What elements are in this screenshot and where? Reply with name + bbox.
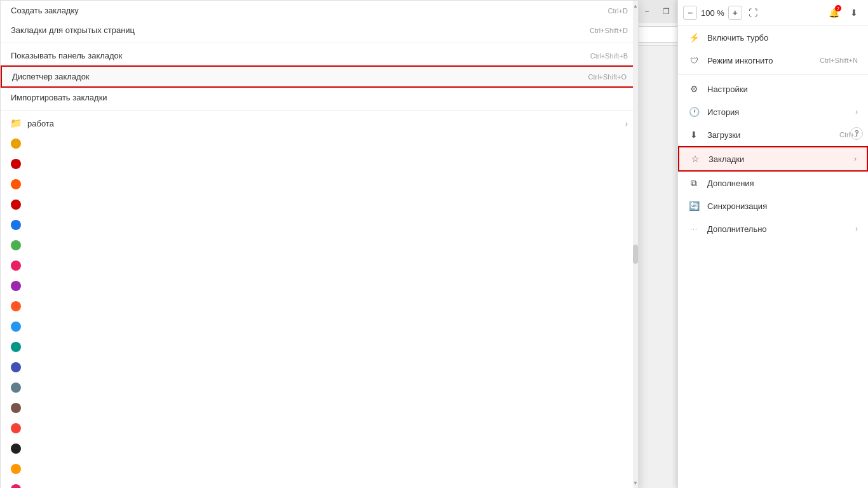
incognito-label: Режим инкогнито: [707, 56, 773, 65]
bm-item-15[interactable]: [1, 418, 638, 438]
bookmark-manager-label: Диспетчер закладок: [12, 72, 90, 81]
bm-scrollbar-thumb: [633, 245, 638, 264]
bookmarks-scroll: Создать закладку Ctrl+D Закладки для отк…: [1, 1, 638, 488]
zoom-level: 100 %: [701, 8, 724, 18]
bm-favicon-9: [11, 301, 21, 311]
bm-favicon-12: [11, 362, 21, 372]
show-bookmarks-bar-item[interactable]: Показывать панель закладок Ctrl+Shift+B: [1, 46, 638, 65]
bm-item-12[interactable]: [1, 357, 638, 377]
bm-item-7[interactable]: [1, 255, 638, 276]
bookmark-open-tabs-item[interactable]: Закладки для открытых страниц Ctrl+Shift…: [1, 20, 638, 40]
bm-item-8[interactable]: [1, 276, 638, 296]
sync-menu-item[interactable]: 🔄 Синхронизация: [678, 194, 868, 217]
minimize-button[interactable]: −: [638, 3, 656, 20]
main-menu-divider-1: [678, 74, 868, 75]
bm-item-2[interactable]: [1, 154, 638, 174]
bm-scrollbar[interactable]: ▲ ▼: [633, 1, 638, 488]
settings-icon: ⚙: [688, 83, 700, 95]
bm-favicon-6: [11, 240, 21, 250]
bookmarks-arrow: ›: [854, 154, 857, 163]
bm-item-14[interactable]: [1, 398, 638, 418]
bm-item-10[interactable]: [1, 316, 638, 337]
history-label: История: [707, 107, 739, 117]
bm-divider-1: [1, 43, 638, 43]
download-indicator[interactable]: ⬇: [845, 4, 863, 22]
bm-favicon-7: [11, 261, 21, 271]
notification-badge: 2: [835, 5, 841, 11]
notification-button[interactable]: 🔔 2: [825, 4, 843, 22]
bm-divider-2: [1, 110, 638, 111]
bm-scroll-down[interactable]: ▼: [633, 480, 638, 486]
bookmark-open-tabs-label: Закладки для открытых страниц: [11, 25, 135, 35]
bm-favicon-3: [11, 179, 21, 189]
settings-menu-item[interactable]: ⚙ Настройки: [678, 78, 868, 100]
bookmarks-label: Закладки: [709, 154, 744, 164]
zoom-out-button[interactable]: −: [683, 6, 697, 20]
downloads-icon: ⬇: [688, 129, 700, 140]
settings-label: Настройки: [707, 85, 748, 94]
bm-favicon-5: [11, 220, 21, 230]
bookmark-manager-shortcut: Ctrl+Shift+O: [588, 73, 627, 81]
bm-favicon-10: [11, 322, 21, 332]
folder-rabota-label: работа: [27, 119, 54, 128]
bm-favicon-14: [11, 403, 21, 413]
bm-scroll-up[interactable]: ▲: [633, 3, 638, 9]
bm-item-17[interactable]: [1, 459, 638, 479]
zoom-in-button[interactable]: +: [728, 6, 742, 20]
help-button[interactable]: ?: [850, 127, 863, 140]
create-bookmark-item[interactable]: Создать закладку Ctrl+D: [1, 1, 638, 20]
bm-favicon-4: [11, 200, 21, 210]
bookmarks-dropdown: Создать закладку Ctrl+D Закладки для отк…: [0, 0, 639, 488]
bm-favicon-15: [11, 423, 21, 433]
bm-item-13[interactable]: [1, 377, 638, 398]
bookmarks-menu-item[interactable]: ☆ Закладки ›: [678, 146, 868, 172]
extensions-icon: ⧉: [688, 177, 700, 189]
bm-item-16[interactable]: [1, 438, 638, 459]
turbo-menu-item[interactable]: ⚡ Включить турбо: [678, 26, 868, 49]
show-bookmarks-bar-label: Показывать панель закладок: [11, 51, 123, 60]
more-menu-item[interactable]: ··· Дополнительно ›: [678, 217, 868, 240]
bm-favicon-16: [11, 444, 21, 454]
more-icon: ···: [688, 223, 700, 234]
incognito-shortcut: Ctrl+Shift+N: [820, 57, 858, 64]
sync-label: Синхронизация: [707, 201, 767, 211]
bm-favicon-18: [11, 484, 21, 488]
import-bookmarks-item[interactable]: Импортировать закладки: [1, 88, 638, 107]
downloads-label: Загрузки: [707, 130, 740, 140]
bm-item-3[interactable]: [1, 174, 638, 194]
extensions-menu-item[interactable]: ⧉ Дополнения: [678, 172, 868, 194]
create-bookmark-label: Создать закладку: [11, 6, 79, 15]
history-icon: 🕐: [688, 106, 700, 118]
bm-favicon-11: [11, 342, 21, 352]
bm-item-6[interactable]: [1, 235, 638, 255]
top-action-icons: 🔔 2 ⬇: [825, 4, 863, 22]
fullscreen-button[interactable]: ⛶: [746, 6, 760, 20]
folder-rabota-icon: 📁: [11, 118, 21, 128]
turbo-icon: ⚡: [688, 32, 700, 43]
folder-rabota-item[interactable]: 📁 работа ›: [1, 113, 638, 133]
sync-icon: 🔄: [688, 200, 700, 212]
bm-favicon-2: [11, 159, 21, 169]
bm-item-11[interactable]: [1, 337, 638, 357]
restore-button[interactable]: ❐: [657, 3, 675, 20]
bm-favicon-17: [11, 464, 21, 474]
bm-favicon-13: [11, 383, 21, 393]
turbo-label: Включить турбо: [707, 33, 768, 43]
bookmark-manager-item[interactable]: Диспетчер закладок Ctrl+Shift+O: [1, 65, 638, 88]
history-menu-item[interactable]: 🕐 История ›: [678, 100, 868, 123]
downloads-menu-item[interactable]: ⬇ Загрузки Ctrl+J: [678, 123, 868, 146]
show-bookmarks-bar-shortcut: Ctrl+Shift+B: [590, 52, 628, 60]
create-bookmark-shortcut: Ctrl+D: [608, 7, 628, 15]
bm-item-5[interactable]: [1, 215, 638, 235]
bm-item-9[interactable]: [1, 296, 638, 316]
more-arrow: ›: [855, 224, 858, 233]
bookmarks-icon: ☆: [689, 153, 701, 165]
bm-item-18[interactable]: [1, 479, 638, 488]
folder-rabota-arrow: ›: [625, 119, 628, 128]
bm-item-4[interactable]: [1, 194, 638, 215]
extensions-label: Дополнения: [707, 179, 754, 188]
main-menu: − 100 % + ⛶ 🔔 2 ⬇ ⚡ Включить турбо 🛡 Реж…: [677, 0, 868, 488]
import-bookmarks-label: Импортировать закладки: [11, 93, 107, 102]
bm-item-1[interactable]: [1, 133, 638, 154]
incognito-menu-item[interactable]: 🛡 Режим инкогнито Ctrl+Shift+N: [678, 49, 868, 72]
